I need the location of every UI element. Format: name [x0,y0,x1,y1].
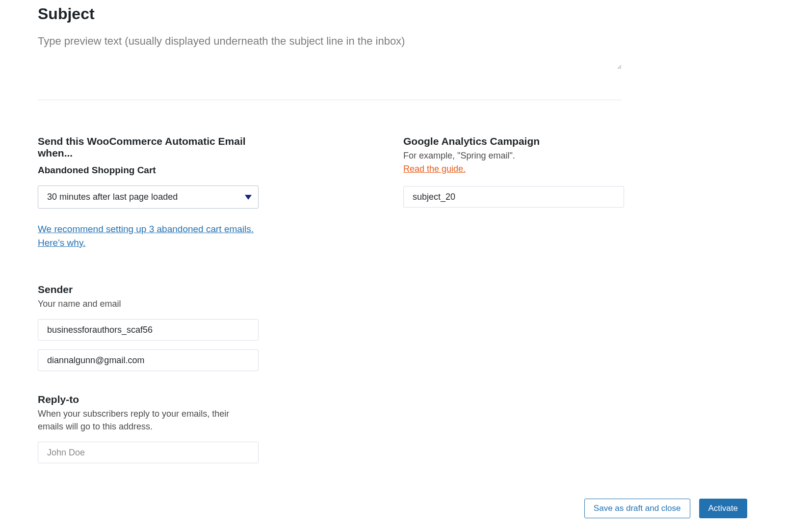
ga-example: For example, "Spring email". [403,149,624,162]
trigger-heading: Send this WooCommerce Automatic Email wh… [38,135,259,159]
reply-to-heading: Reply-to [38,394,259,405]
preview-text-input[interactable] [38,34,622,69]
sender-email-input[interactable] [38,349,259,371]
ga-campaign-input[interactable] [403,186,624,208]
trigger-sub-heading: Abandoned Shopping Cart [38,165,259,176]
sender-helper: Your name and email [38,297,259,310]
sender-section: Sender Your name and email [38,284,259,371]
trigger-delay-value: 30 minutes after last page loaded [47,192,178,202]
sender-heading: Sender [38,284,259,295]
trigger-delay-select[interactable]: 30 minutes after last page loaded [38,186,259,209]
save-draft-button[interactable]: Save as draft and close [584,499,690,518]
reply-to-name-input[interactable] [38,442,259,463]
section-divider [38,100,622,100]
abandoned-cart-recommendation-link[interactable]: We recommend setting up 3 abandoned cart… [38,222,259,249]
activate-button[interactable]: Activate [699,499,747,518]
sender-name-input[interactable] [38,319,259,341]
ga-campaign-section: Google Analytics Campaign For example, "… [403,135,624,208]
trigger-section: Send this WooCommerce Automatic Email wh… [38,135,259,249]
reply-to-section: Reply-to When your subscribers reply to … [38,394,259,463]
reply-to-helper: When your subscribers reply to your emai… [38,407,249,433]
subject-heading: Subject [38,5,747,23]
ga-guide-link[interactable]: Read the guide. [403,164,466,174]
footer-actions: Save as draft and close Activate [584,499,747,518]
ga-heading: Google Analytics Campaign [403,135,624,147]
